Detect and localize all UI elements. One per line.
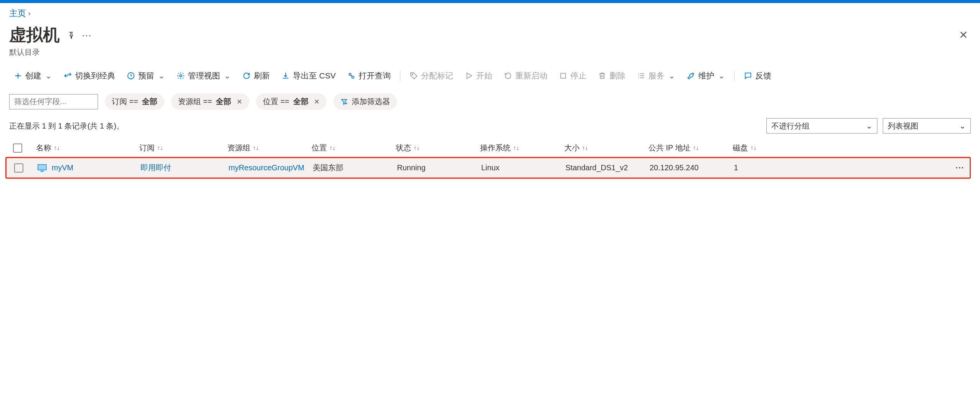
manage-view-label: 管理视图 [188,70,220,81]
svg-point-4 [412,74,413,75]
chevron-down-icon: ⌄ [668,71,675,80]
play-icon [465,72,473,80]
create-button[interactable]: 创建 ⌄ [9,68,57,83]
svg-point-1 [180,75,182,77]
col-location[interactable]: 位置↑↓ [312,143,396,153]
chevron-down-icon: ⌄ [45,71,52,80]
reserve-label: 预留 [138,70,154,81]
svg-rect-8 [41,171,44,172]
pin-icon[interactable] [67,31,75,39]
view-mode-dropdown[interactable]: 列表视图 ⌄ [883,118,971,134]
sort-icon: ↑↓ [253,145,259,152]
feedback-label: 反馈 [755,70,771,81]
filter-pill-subscription[interactable]: 订阅 == 全部 [105,93,164,110]
more-icon[interactable]: ··· [82,30,92,41]
plus-icon [14,72,22,80]
assign-tags-button[interactable]: 分配标记 [405,68,458,83]
refresh-icon [242,72,251,80]
stop-icon [559,72,567,80]
breadcrumb: 主页 › [9,3,971,22]
filter-pill-resourcegroup[interactable]: 资源组 == 全部 ✕ [171,93,249,110]
stop-button[interactable]: 停止 [554,68,591,83]
col-status[interactable]: 状态↑↓ [396,143,480,153]
restart-icon [504,72,512,80]
resourcegroup-link[interactable]: myResourceGroupVM [229,163,304,172]
create-label: 创建 [25,70,41,81]
sort-icon: ↑↓ [157,145,163,152]
col-os[interactable]: 操作系统↑↓ [480,143,564,153]
toolbar-separator [400,70,400,81]
add-filter-button[interactable]: 添加筛选器 [333,93,397,110]
remove-filter-icon[interactable]: ✕ [237,98,242,106]
page-header: 虚拟机 ··· ✕ [9,22,971,46]
export-csv-label: 导出至 CSV [293,70,336,81]
command-bar: 创建 ⌄ 切换到经典 预留 ⌄ 管理视图 ⌄ [9,57,971,86]
row-checkbox[interactable] [14,163,23,173]
view-mode-value: 列表视图 [888,121,918,131]
manage-view-button[interactable]: 管理视图 ⌄ [172,68,235,83]
maintenance-label: 维护 [698,70,714,81]
col-size[interactable]: 大小↑↓ [564,143,648,153]
filter-pill-location[interactable]: 位置 == 全部 ✕ [256,93,327,110]
cell-size: Standard_DS1_v2 [565,163,650,172]
open-query-label: 打开查询 [359,70,391,81]
clock-icon [127,72,135,80]
stop-label: 停止 [570,70,586,81]
sort-icon: ↑↓ [513,145,519,152]
restart-button[interactable]: 重新启动 [499,68,552,83]
top-accent-bar [0,0,980,3]
remove-filter-icon[interactable]: ✕ [314,98,320,106]
start-label: 开始 [476,70,492,81]
filter-input[interactable] [9,94,98,109]
assign-tags-label: 分配标记 [421,70,453,81]
sort-icon: ↑↓ [693,145,699,152]
maintenance-button[interactable]: 维护 ⌄ [682,68,730,83]
col-disks[interactable]: 磁盘↑↓ [733,143,817,153]
chevron-down-icon: ⌄ [959,121,966,130]
trash-icon [598,72,606,80]
select-all-checkbox[interactable] [13,143,22,153]
filter-pill-value: 全部 [142,96,157,107]
table-header-row: 名称↑↓ 订阅↑↓ 资源组↑↓ 位置↑↓ 状态↑↓ 操作系统↑↓ 大小↑↓ 公共… [9,139,971,157]
export-csv-button[interactable]: 导出至 CSV [277,68,340,83]
services-button[interactable]: 服务 ⌄ [632,68,680,83]
cell-disks: 1 [734,163,818,172]
result-count-text: 正在显示 1 到 1 条记录(共 1 条)。 [9,121,124,131]
subscription-link[interactable]: 即用即付 [140,163,171,173]
col-name[interactable]: 名称↑↓ [36,143,139,153]
sort-icon: ↑↓ [750,145,756,152]
refresh-label: 刷新 [254,70,270,81]
delete-button[interactable]: 删除 [593,68,630,83]
row-more-button[interactable]: ··· [956,163,970,172]
query-icon [347,72,356,80]
col-subscription[interactable]: 订阅↑↓ [139,143,227,153]
group-by-value: 不进行分组 [771,121,810,131]
wrench-icon [687,72,695,80]
open-query-button[interactable]: 打开查询 [343,68,395,83]
refresh-button[interactable]: 刷新 [238,68,274,83]
group-by-dropdown[interactable]: 不进行分组 ⌄ [766,118,877,134]
restart-label: 重新启动 [515,70,547,81]
table-row[interactable]: myVM 即用即付 myResourceGroupVM 美国东部 Running… [5,157,971,179]
vm-name-link[interactable]: myVM [52,163,74,172]
toolbar-separator [734,70,735,81]
vm-icon [37,164,47,172]
result-status-row: 正在显示 1 到 1 条记录(共 1 条)。 不进行分组 ⌄ 列表视图 ⌄ [9,111,971,137]
col-publicip[interactable]: 公共 IP 地址↑↓ [648,143,733,153]
start-button[interactable]: 开始 [460,68,497,83]
chevron-down-icon: ⌄ [158,71,165,80]
close-button[interactable]: ✕ [956,27,971,44]
feedback-button[interactable]: 反馈 [739,68,776,83]
cell-status: Running [397,163,481,172]
delete-label: 删除 [609,70,626,81]
col-resourcegroup[interactable]: 资源组↑↓ [227,143,312,153]
page-subtitle: 默认目录 [9,47,971,57]
filter-pill-value: 全部 [293,96,309,107]
gear-icon [176,72,185,80]
add-filter-icon [340,98,348,106]
filter-pill-prefix: 位置 == [263,96,289,107]
reserve-button[interactable]: 预留 ⌄ [122,68,170,83]
switch-classic-button[interactable]: 切换到经典 [59,68,120,83]
cell-publicip: 20.120.95.240 [650,163,734,172]
breadcrumb-home[interactable]: 主页 [9,8,26,19]
